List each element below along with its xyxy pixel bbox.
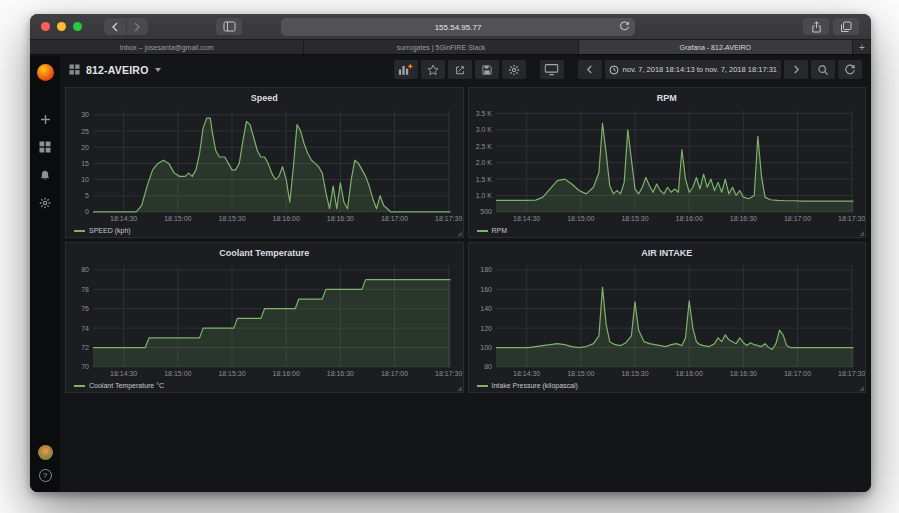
back-button[interactable] [104,18,126,35]
speed-chart[interactable]: 05101520253018:14:3018:15:0018:15:3018:1… [66,105,463,224]
air-intake-chart[interactable]: 8010012014016018018:14:3018:15:0018:15:3… [469,260,866,379]
tabs-icon [840,21,852,33]
legend-label[interactable]: Coolant Temperature °C [89,382,164,389]
svg-text:2.5 K: 2.5 K [475,143,492,150]
svg-text:18:15:00: 18:15:00 [567,215,594,222]
configuration-gear-icon[interactable] [37,195,53,211]
svg-text:18:16:00: 18:16:00 [675,215,702,222]
panel-legend: RPM [469,224,866,237]
legend-label[interactable]: SPEED (kph) [89,227,131,234]
grafana-main: 812-AVEIRO [60,56,871,492]
alerting-bell-icon[interactable] [37,167,53,183]
sidebar-toggle-button[interactable] [216,18,242,35]
panel-air-intake: AIR INTAKE 8010012014016018018:14:3018:1… [468,242,867,393]
panel-title[interactable]: Speed [66,90,463,105]
chevron-right-icon [133,22,141,32]
svg-text:1.5 K: 1.5 K [475,176,492,183]
forward-button[interactable] [126,18,149,35]
panel-resize-handle[interactable] [457,386,462,391]
help-glyph: ? [43,471,47,480]
panel-title[interactable]: RPM [469,90,866,105]
address-bar[interactable]: 155.54.95.77 [281,18,635,36]
panel-resize-handle[interactable] [457,231,462,236]
help-button[interactable]: ? [39,469,52,482]
svg-text:2.0 K: 2.0 K [475,159,492,166]
time-forward-button[interactable] [784,60,808,79]
zoom-window-button[interactable] [73,22,82,31]
time-back-button[interactable] [578,60,602,79]
dashboard-title: 812-AVEIRO [86,64,149,76]
tab-slack[interactable]: surrogates | 5GinFIRE Slack [304,40,578,54]
panel-rpm: RPM 5001.0 K1.5 K2.0 K2.5 K3.0 K3.5 K18:… [468,87,867,238]
panel-resize-handle[interactable] [859,231,864,236]
svg-text:18:16:30: 18:16:30 [729,370,756,377]
export-share-icon [454,64,466,76]
chevron-right-icon [793,65,800,74]
close-window-button[interactable] [41,22,50,31]
gear-icon [508,64,520,76]
legend-label[interactable]: RPM [492,227,508,234]
panel-legend: SPEED (kph) [66,224,463,237]
monitor-icon [544,63,559,76]
svg-text:18:14:30: 18:14:30 [513,370,540,377]
zoom-out-button[interactable] [811,60,835,79]
new-tab-button[interactable]: + [853,40,871,54]
dashboard-squares-icon [69,64,80,75]
reload-icon[interactable] [619,21,630,32]
legend-label[interactable]: Intake Pressure (kilopascal) [492,382,578,389]
svg-text:100: 100 [480,344,492,351]
time-range-picker[interactable]: nov. 7, 2018 18:14:13 to nov. 7, 2018 18… [605,60,781,79]
tab-grafana-active[interactable]: Grafana - 812-AVEIRO [579,40,853,54]
dashboards-grid-icon[interactable] [37,139,53,155]
dashboard-settings-button[interactable] [502,60,526,79]
chevron-left-icon [586,65,593,74]
tab-inbox[interactable]: Inbox – josesanta@gmail.com [30,40,304,54]
screenshot-root: { "browser": { "address": "155.54.95.77"… [0,0,899,513]
magnifier-icon [817,64,829,76]
rpm-chart[interactable]: 5001.0 K1.5 K2.0 K2.5 K3.0 K3.5 K18:14:3… [469,105,866,224]
series-color-swatch [477,385,488,387]
save-dashboard-button[interactable] [475,60,499,79]
add-panel-icon [398,63,413,76]
refresh-icon [844,64,856,76]
series-color-swatch [74,230,85,232]
plus-glyph: + [859,42,865,53]
user-avatar[interactable] [38,445,53,460]
panel-legend: Intake Pressure (kilopascal) [469,379,866,392]
coolant-temperature-chart[interactable]: 70727476788018:14:3018:15:0018:15:3018:1… [66,260,463,379]
minimize-window-button[interactable] [57,22,66,31]
panel-resize-handle[interactable] [859,386,864,391]
svg-text:78: 78 [81,286,89,293]
panel-legend: Coolant Temperature °C [66,379,463,392]
dashboard-grid: Speed 05101520253018:14:3018:15:0018:15:… [60,83,871,492]
dashboard-title-dropdown[interactable]: 812-AVEIRO [69,64,161,76]
grafana-logo-icon[interactable] [37,64,54,81]
svg-text:15: 15 [81,160,89,167]
series-color-swatch [477,230,488,232]
tab-label: Inbox – josesanta@gmail.com [120,44,214,51]
share-button[interactable] [803,18,829,35]
tab-overview-button[interactable] [833,18,859,35]
grafana-sidebar: ? [30,56,60,492]
refresh-button[interactable] [838,60,862,79]
svg-text:18:16:30: 18:16:30 [327,370,354,377]
add-panel-button[interactable] [394,60,418,79]
create-add-icon[interactable] [37,111,53,127]
svg-text:18:15:30: 18:15:30 [218,370,245,377]
svg-text:70: 70 [81,363,89,370]
svg-text:1.0 K: 1.0 K [475,192,492,199]
panel-title[interactable]: AIR INTAKE [469,245,866,260]
panel-title[interactable]: Coolant Temperature [66,245,463,260]
svg-text:18:17:00: 18:17:00 [381,215,408,222]
cycle-view-mode-button[interactable] [540,60,564,79]
share-dashboard-button[interactable] [448,60,472,79]
svg-text:18:14:30: 18:14:30 [110,370,137,377]
star-dashboard-button[interactable] [421,60,445,79]
svg-text:30: 30 [81,111,89,118]
chart-area: 5001.0 K1.5 K2.0 K2.5 K3.0 K3.5 K18:14:3… [469,105,866,224]
svg-text:18:17:00: 18:17:00 [783,370,810,377]
tab-label: surrogates | 5GinFIRE Slack [397,44,486,51]
svg-text:80: 80 [484,363,492,370]
svg-text:80: 80 [81,266,89,273]
svg-text:25: 25 [81,128,89,135]
